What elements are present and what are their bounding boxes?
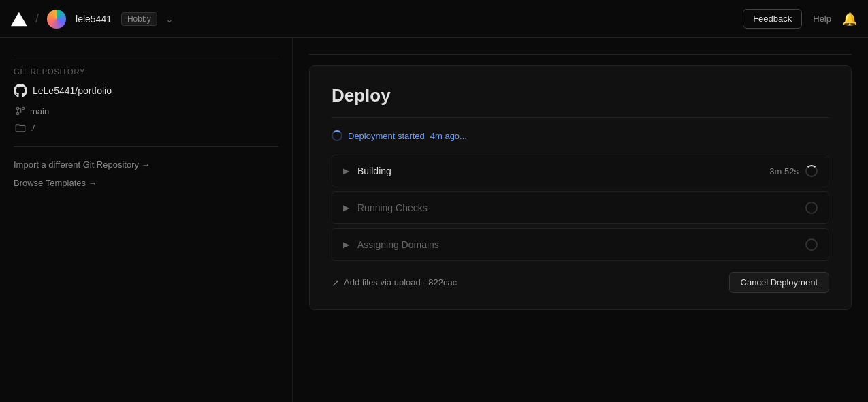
step-label-checks: Running Checks	[357, 202, 805, 213]
nav-right: Feedback Help 🔔	[743, 9, 857, 29]
vercel-logo-icon[interactable]	[11, 11, 27, 27]
sidebar-divider	[14, 55, 278, 55]
time-ago: 4m ago...	[430, 131, 467, 141]
status-spinner-icon	[332, 130, 342, 141]
top-nav: / lele5441 Hobby ⌄ Feedback Help 🔔	[0, 0, 868, 38]
branch-icon	[15, 106, 26, 117]
upload-link-label: Add files via upload - 822cac	[344, 277, 457, 288]
chevron-down-icon[interactable]: ⌄	[165, 14, 174, 25]
github-icon	[14, 84, 27, 97]
step-label-domains: Assigning Domains	[357, 239, 805, 250]
svg-rect-3	[16, 125, 25, 132]
repo-row: LeLe5441/portfolio	[14, 84, 278, 97]
card-footer: ↗ Add files via upload - 822cac Cancel D…	[332, 272, 829, 293]
help-link[interactable]: Help	[813, 14, 831, 24]
step-label-building: Building	[357, 166, 769, 176]
main-layout: GIT REPOSITORY LeLe5441/portfolio main	[0, 38, 868, 402]
sidebar: GIT REPOSITORY LeLe5441/portfolio main	[0, 38, 293, 402]
browse-templates-link[interactable]: Browse Templates →	[14, 178, 278, 188]
sidebar-links-divider	[14, 146, 278, 147]
svg-point-1	[22, 107, 24, 109]
build-step-header-checks[interactable]: ▶ Running Checks	[332, 192, 829, 223]
main-content: Deploy Deployment started 4m ago... ▶ Bu…	[293, 38, 868, 402]
repo-name: LeLe5441/portfolio	[33, 85, 112, 96]
breadcrumb-slash: /	[35, 12, 39, 26]
external-link-icon: ↗	[332, 277, 340, 288]
checks-circle-icon	[805, 202, 818, 214]
plan-badge: Hobby	[121, 12, 157, 26]
step-time-building: 3m 52s	[769, 166, 799, 176]
deploy-title: Deploy	[332, 85, 829, 106]
build-step-header-domains[interactable]: ▶ Assigning Domains	[332, 229, 829, 260]
build-step-building: ▶ Building 3m 52s	[332, 155, 829, 187]
branch-row: main	[15, 106, 278, 117]
building-spinner-icon	[805, 165, 818, 177]
username-label: lele5441	[76, 14, 112, 25]
folder-path: ./	[30, 123, 35, 133]
domains-circle-icon	[805, 238, 818, 251]
build-step-header-building[interactable]: ▶ Building 3m 52s	[332, 155, 829, 187]
deployment-status: Deployment started 4m ago...	[332, 130, 829, 141]
notification-bell-icon[interactable]: 🔔	[842, 12, 857, 27]
build-step-domains: ▶ Assigning Domains	[332, 228, 829, 261]
avatar	[47, 10, 66, 29]
folder-row: ./	[15, 122, 278, 133]
branch-name: main	[30, 106, 49, 117]
git-section-label: GIT REPOSITORY	[14, 67, 278, 76]
chevron-right-icon: ▶	[343, 203, 349, 213]
import-git-link[interactable]: Import a different Git Repository →	[14, 159, 278, 170]
deploy-card: Deploy Deployment started 4m ago... ▶ Bu…	[309, 65, 852, 310]
feedback-button[interactable]: Feedback	[743, 9, 802, 29]
folder-icon	[15, 122, 26, 133]
nav-left: / lele5441 Hobby ⌄	[11, 10, 174, 29]
card-divider	[332, 117, 829, 118]
upload-link[interactable]: ↗ Add files via upload - 822cac	[332, 277, 457, 288]
chevron-right-icon: ▶	[343, 240, 349, 249]
main-top-bar	[309, 49, 852, 55]
status-text: Deployment started	[348, 131, 425, 141]
cancel-deployment-button[interactable]: Cancel Deployment	[729, 272, 829, 293]
build-steps: ▶ Building 3m 52s ▶ Running Checks	[332, 155, 829, 261]
build-step-running-checks: ▶ Running Checks	[332, 191, 829, 224]
chevron-right-icon: ▶	[343, 166, 349, 176]
